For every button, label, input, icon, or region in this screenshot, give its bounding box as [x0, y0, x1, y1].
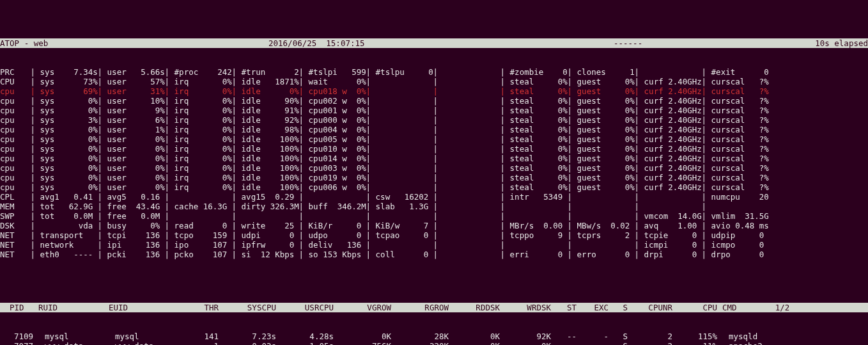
cell: pcki 136: [93, 250, 160, 259]
cell: transport: [26, 230, 93, 240]
cell: curf 2.40GHz: [630, 77, 697, 86]
cell: cache 16.3G: [160, 202, 227, 211]
col-s[interactable]: S: [614, 303, 633, 312]
row-label: cpu: [0, 115, 26, 125]
cell: coll 0: [361, 250, 428, 259]
cell: intr 5349: [495, 192, 562, 202]
sys-row-dsk: DSK vdabusy 0%read 0write 25KiB/r 0KiB/w…: [0, 221, 868, 230]
cell: avq 1.00: [630, 221, 697, 230]
cell: tcpao 0: [361, 230, 428, 240]
process-row[interactable]: 7109mysqlmysql1417.23s4.28s0K28K0K92K---…: [0, 332, 868, 341]
cell: curscal ?%: [697, 115, 764, 125]
cell: curf 2.40GHz: [630, 106, 697, 115]
cell-ruid: mysql: [38, 332, 109, 341]
cell: tot 62.9G: [26, 202, 93, 211]
col-cpunr[interactable]: CPUNR: [633, 303, 678, 312]
sys-row-cpu: cpusys 0%user 0%irq 0%idle 100%cpu005 w …: [0, 134, 868, 144]
col-rddsk[interactable]: RDDSK: [454, 303, 505, 312]
col-exc[interactable]: EXC: [582, 303, 614, 312]
sys-row-net: NETeth0 ----pcki 136pcko 107si 12 Kbpsso…: [0, 250, 868, 259]
cell: eth0 ----: [26, 250, 93, 259]
cell: cpu002 w 0%: [294, 96, 361, 106]
process-row[interactable]: 7077www-datawww-data10.03s1.05s-756K320K…: [0, 341, 868, 345]
cell: steal 0%: [495, 134, 562, 144]
cell: steal 0%: [495, 125, 562, 134]
col-usrcpu[interactable]: USRCPU: [281, 303, 339, 312]
cell: guest 0%: [562, 115, 630, 125]
cell: [361, 125, 428, 134]
cell: tot 0.0M: [26, 211, 93, 221]
cell: cpu006 w 0%: [294, 182, 361, 192]
cell-cpunr: 2: [633, 332, 678, 341]
col-wrdsk[interactable]: WRDSK: [505, 303, 556, 312]
cell: user 10%: [93, 96, 160, 106]
cell: user 0%: [93, 144, 160, 154]
cell: [361, 163, 428, 173]
cell: tcppo 9: [495, 230, 562, 240]
cell: idle 90%: [227, 96, 294, 106]
sys-row-net: NETnetwork ipi 136ipo 107ipfrw 0deliv 13…: [0, 240, 868, 250]
cell: guest 0%: [562, 154, 630, 163]
col-st[interactable]: ST: [556, 303, 582, 312]
cell-cpu: 11%: [678, 341, 722, 345]
cell: idle 91%: [227, 106, 294, 115]
cell: idle 100%: [227, 173, 294, 182]
app-host: ATOP - web: [0, 38, 268, 48]
cell: curscal ?%: [697, 144, 764, 154]
cell: MBr/s 0.00: [495, 221, 562, 230]
cell: curscal ?%: [697, 173, 764, 182]
cell: udpip 0: [697, 230, 764, 240]
sys-row-cpu: cpusys 0%user 9%irq 0%idle 91%cpu001 w 0…: [0, 106, 868, 115]
cell: sys 0%: [26, 106, 93, 115]
cell: [428, 125, 495, 134]
cell: [630, 202, 697, 211]
col-thr[interactable]: THR: [179, 303, 224, 312]
cell: user 5.66s: [93, 67, 160, 77]
timestamp: 2016/06/25 15:07:15: [268, 38, 614, 48]
row-label: cpu: [0, 144, 26, 154]
cell: write 25: [227, 221, 294, 230]
elapsed: 10s elapsed: [793, 38, 868, 48]
row-label: PRC: [0, 67, 26, 77]
col-rgrow[interactable]: RGROW: [396, 303, 454, 312]
col-vgrow[interactable]: VGROW: [339, 303, 396, 312]
cell-euid: www-data: [109, 341, 179, 345]
sys-row-swp: SWPtot 0.0Mfree 0.0Mvmcom 14.0Gvmlim 31.…: [0, 211, 868, 221]
header-bar: ATOP - web 2016/06/25 15:07:15 ------ 10…: [0, 38, 868, 48]
cell: idle 92%: [227, 115, 294, 125]
cell-ruid: www-data: [38, 341, 109, 345]
col-cmd        1/2[interactable]: CMD 1/2: [722, 303, 812, 312]
col-cpu[interactable]: CPU: [678, 303, 722, 312]
col-ruid[interactable]: RUID: [38, 303, 109, 312]
cell: ipfrw 0: [227, 240, 294, 250]
cell: guest 0%: [562, 77, 630, 86]
col-euid[interactable]: EUID: [109, 303, 179, 312]
cell: vmcom 14.0G: [630, 211, 697, 221]
col-syscpu[interactable]: SYSCPU: [224, 303, 281, 312]
cell: [428, 221, 495, 230]
sys-row-cpu: cpusys 0%user 0%irq 0%idle 100%cpu003 w …: [0, 163, 868, 173]
cell: guest 0%: [562, 106, 630, 115]
cell: curf 2.40GHz: [630, 163, 697, 173]
cell: avg1 0.41: [26, 192, 93, 202]
cell: steal 0%: [495, 154, 562, 163]
cell: avio 0.48 ms: [697, 221, 764, 230]
cell: [428, 86, 495, 96]
cell: sys 73%: [26, 77, 93, 86]
sys-row-cpu: cpusys 0%user 0%irq 0%idle 100%cpu010 w …: [0, 144, 868, 154]
cell: drpo 0: [697, 250, 764, 259]
cell: [361, 134, 428, 144]
cell: user 0%: [93, 134, 160, 144]
cell: [428, 202, 495, 211]
cell: sys 0%: [26, 144, 93, 154]
cell: irq 0%: [160, 134, 227, 144]
col-pid[interactable]: PID: [0, 303, 38, 312]
sys-row-cpu: cpusys 0%user 1%irq 0%idle 98%cpu004 w 0…: [0, 125, 868, 134]
sys-row-net: NETtransport tcpi 136tcpo 159udpi 0udpo …: [0, 230, 868, 240]
cell: [428, 144, 495, 154]
cell: irq 0%: [160, 96, 227, 106]
cell: [294, 211, 361, 221]
cell: irq 0%: [160, 106, 227, 115]
cell: curscal ?%: [697, 182, 764, 192]
cell: [630, 67, 697, 77]
